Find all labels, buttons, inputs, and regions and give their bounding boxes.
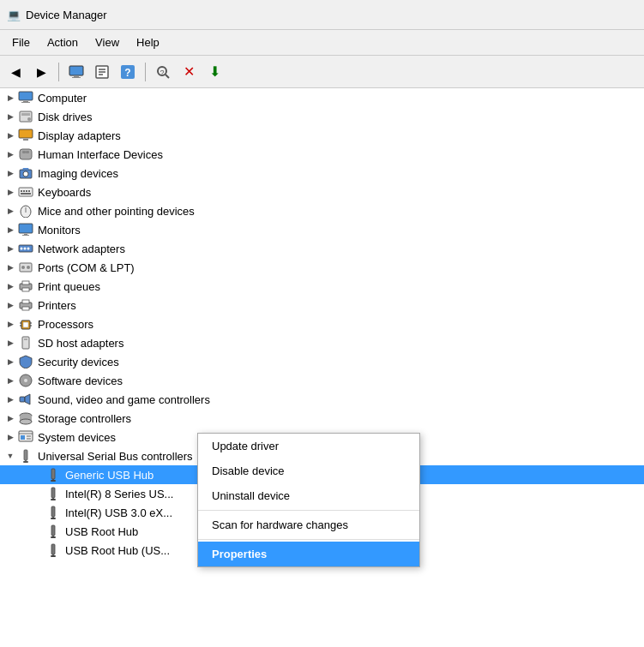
svg-rect-60 (20, 397, 25, 402)
expand-arrow-processors: ▶ (3, 317, 17, 331)
item-label-network: Network adapters (38, 243, 125, 255)
device-icon-printers (17, 297, 34, 314)
device-icon-keyboards (17, 183, 34, 201)
item-label-monitors: Monitors (38, 224, 81, 237)
svg-rect-82 (51, 525, 55, 536)
tree-item-display-adapters[interactable]: ▶Display adapters (0, 126, 644, 145)
device-icon-storage (17, 410, 34, 427)
forward-button[interactable]: ▶ (29, 60, 53, 84)
tree-item-sd-host[interactable]: ▶SD host adapters (0, 333, 644, 352)
svg-rect-69 (27, 438, 31, 440)
ctx-uninstall-device[interactable]: Uninstall device (198, 483, 419, 508)
item-label-usb-root2: USB Root Hub (US... (65, 544, 170, 557)
device-icon-print-queues (17, 278, 34, 295)
menu-view[interactable]: View (87, 33, 128, 52)
device-icon-sd-host (17, 334, 34, 351)
svg-marker-61 (25, 394, 30, 404)
tree-item-imaging[interactable]: ▶Imaging devices (0, 164, 644, 183)
svg-point-40 (27, 248, 30, 250)
expand-arrow-keyboards: ▶ (3, 185, 17, 199)
tree-item-print-queues[interactable]: ▶Print queues (0, 277, 644, 296)
tree-item-processors[interactable]: ▶Processors (0, 315, 644, 333)
svg-rect-73 (51, 469, 55, 479)
svg-rect-57 (24, 338, 27, 340)
menu-action[interactable]: Action (39, 33, 87, 52)
item-label-sound: Sound, video and game controllers (38, 393, 210, 406)
item-label-disk-drives: Disk drives (38, 111, 93, 123)
menu-help[interactable]: Help (128, 33, 168, 52)
expand-arrow-generic-usb-hub (31, 468, 45, 482)
svg-rect-0 (69, 66, 83, 75)
menu-file[interactable]: File (3, 33, 39, 52)
item-label-intel8: Intel(R) 8 Series US... (65, 488, 173, 500)
tree-item-hid[interactable]: ▶Human Interface Devices (0, 145, 644, 164)
tree-item-sound[interactable]: ▶Sound, video and game controllers (0, 390, 644, 409)
tree-item-printers[interactable]: ▶Printers (0, 296, 644, 315)
svg-text:?: ? (124, 67, 130, 79)
help-button[interactable]: ? (116, 60, 140, 84)
driver-button[interactable]: ⬇ (202, 60, 226, 84)
back-button[interactable]: ◀ (3, 60, 27, 84)
computer-button[interactable] (64, 60, 88, 84)
svg-point-24 (23, 171, 28, 177)
device-icon-display-adapters (17, 127, 34, 144)
toolbar: ◀ ▶ ? ? ✕ ⬇ (0, 56, 644, 88)
item-label-ports: Ports (COM & LPT) (38, 261, 135, 274)
svg-rect-29 (26, 190, 27, 192)
tree-item-storage[interactable]: ▶Storage controllers (0, 409, 644, 428)
svg-rect-18 (19, 129, 33, 138)
svg-rect-85 (51, 544, 55, 554)
item-label-software: Software devices (38, 374, 123, 387)
ctx-disable-device[interactable]: Disable device (198, 458, 419, 483)
item-label-sd-host: SD host adapters (38, 337, 123, 350)
svg-rect-31 (21, 193, 31, 195)
item-label-usb-root1: USB Root Hub (65, 525, 138, 538)
expand-arrow-network: ▶ (3, 242, 17, 255)
tree-item-mice[interactable]: ▶Mice and other pointing devices (0, 201, 644, 220)
svg-point-43 (27, 266, 30, 269)
item-label-system: System devices (38, 431, 116, 444)
ctx-separator (198, 510, 419, 511)
expand-arrow-disk-drives: ▶ (3, 110, 17, 123)
svg-point-17 (27, 117, 31, 121)
svg-rect-22 (26, 151, 29, 153)
expand-arrow-software: ▶ (3, 374, 17, 387)
device-icon-software (17, 372, 34, 389)
svg-rect-28 (23, 190, 25, 192)
device-icon-monitors (17, 221, 34, 238)
tree-item-network[interactable]: ▶Network adapters (0, 239, 644, 258)
expand-arrow-print-queues: ▶ (3, 279, 17, 293)
properties-button[interactable] (90, 60, 114, 84)
tree-item-security[interactable]: ▶Security devices (0, 352, 644, 371)
expand-arrow-sound: ▶ (3, 392, 17, 406)
tree-item-keyboards[interactable]: ▶Keyboards (0, 183, 644, 201)
svg-rect-46 (22, 288, 29, 291)
title-bar: 💻 Device Manager (0, 0, 644, 30)
tree-item-monitors[interactable]: ▶Monitors (0, 220, 644, 239)
scan-button[interactable]: ? (151, 60, 175, 84)
svg-rect-72 (23, 461, 28, 463)
svg-rect-14 (21, 102, 30, 103)
device-icon-mice (17, 202, 34, 219)
tree-item-ports[interactable]: ▶Ports (COM & LPT) (0, 258, 644, 277)
ctx-properties[interactable]: Properties (198, 542, 419, 566)
svg-point-38 (21, 248, 23, 250)
tree-item-software[interactable]: ▶Software devices (0, 371, 644, 390)
expand-arrow-mice: ▶ (3, 204, 17, 218)
app-icon: 💻 (7, 8, 21, 21)
item-label-display-adapters: Display adapters (38, 129, 121, 142)
context-menu: Update driver Disable device Uninstall d… (197, 433, 420, 567)
ctx-update-driver[interactable]: Update driver (198, 434, 419, 458)
svg-rect-34 (19, 224, 33, 233)
device-icon-usb (17, 447, 34, 464)
svg-rect-70 (24, 450, 27, 460)
tree-item-disk-drives[interactable]: ▶Disk drives (0, 107, 644, 126)
svg-rect-45 (22, 281, 29, 285)
tree-item-computer[interactable]: ▶Computer (0, 88, 644, 107)
item-label-processors: Processors (38, 318, 93, 331)
svg-rect-30 (28, 190, 30, 192)
expand-arrow-usb-root1 (31, 524, 45, 538)
remove-button[interactable]: ✕ (177, 60, 201, 84)
item-label-storage: Storage controllers (38, 412, 131, 425)
ctx-scan-hardware[interactable]: Scan for hardware changes (198, 512, 419, 537)
